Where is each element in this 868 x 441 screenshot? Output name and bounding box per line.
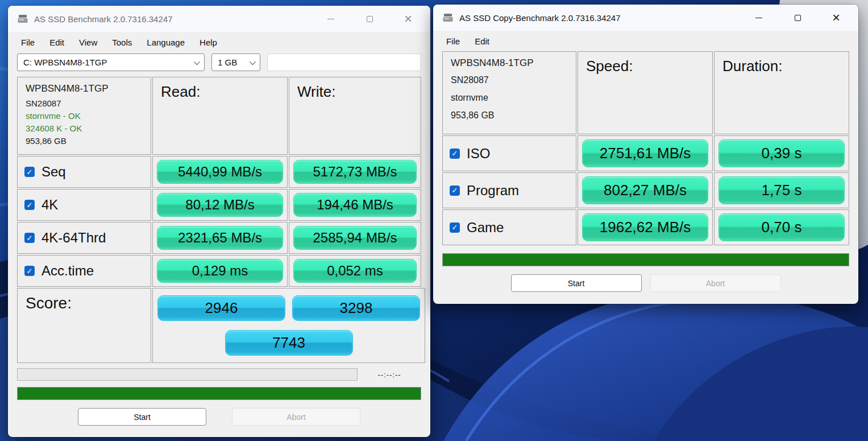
check-icon: ✓ <box>27 168 33 176</box>
drive-model: WPBSN4M8-1TGP <box>451 57 568 69</box>
program-checkbox[interactable]: ✓ <box>450 186 460 196</box>
copy-benchmark-window: AS SSD Copy-Benchmark 2.0.7316.34247 × F… <box>433 5 858 304</box>
close-button[interactable]: × <box>823 8 849 27</box>
menu-edit[interactable]: Edit <box>467 34 497 49</box>
score-label: Score: <box>18 288 151 318</box>
drive-info-panel: WPBSN4M8-1TGP SN28087 stornvme - OK 3246… <box>17 77 151 155</box>
minimize-icon <box>327 19 334 19</box>
menu-edit[interactable]: Edit <box>42 35 72 50</box>
table-row-acctime: ✓ Acc.time 0,129 ms 0,052 ms <box>17 255 421 287</box>
elapsed-time: --:--:-- <box>358 370 421 379</box>
close-button[interactable]: × <box>395 9 421 28</box>
menu-language[interactable]: Language <box>139 35 192 50</box>
table-row-seq: ✓ Seq 5440,99 MB/s 5172,73 MB/s <box>17 156 421 188</box>
program-speed-value: 802,27 MB/s <box>582 176 708 204</box>
menu-tools[interactable]: Tools <box>105 35 139 50</box>
game-duration-value: 0,70 s <box>719 213 845 241</box>
drive-serial: SN28087 <box>451 75 568 85</box>
program-duration-value: 1,75 s <box>719 176 845 204</box>
table-header-row: WPBSN4M8-1TGP SN28087 stornvme - OK 3246… <box>17 77 421 155</box>
menu-view[interactable]: View <box>72 35 105 50</box>
status-textbox[interactable] <box>267 53 421 71</box>
menu-file[interactable]: File <box>439 34 467 49</box>
maximize-button[interactable] <box>356 9 383 28</box>
check-icon: ✓ <box>452 224 458 231</box>
app-drive-icon <box>17 14 28 24</box>
game-checkbox[interactable]: ✓ <box>450 222 460 233</box>
table-row-4k64thrd: ✓ 4K-64Thrd 2321,65 MB/s 2585,94 MB/s <box>17 222 421 254</box>
write-column-header: Write: <box>289 77 421 155</box>
maximize-button[interactable] <box>784 8 811 27</box>
table-row-game: ✓ Game 1962,62 MB/s 0,70 s <box>442 209 849 245</box>
menu-help[interactable]: Help <box>192 35 225 50</box>
minimize-icon <box>755 18 762 18</box>
maximize-icon <box>795 15 801 21</box>
score-read-value: 2946 <box>157 295 285 321</box>
iso-duration-value: 0,39 s <box>719 139 845 167</box>
drive-driver: stornvme <box>451 93 568 103</box>
start-button[interactable]: Start <box>78 408 206 426</box>
4k-read-value: 80,12 MB/s <box>157 193 283 217</box>
window-title: AS SSD Copy-Benchmark 2.0.7316.34247 <box>459 13 621 23</box>
driver-status: stornvme - OK <box>26 111 143 121</box>
check-icon: ✓ <box>27 201 33 209</box>
acctime-read-value: 0,129 ms <box>157 259 283 283</box>
row-label: 4K-64Thrd <box>41 230 106 246</box>
speed-column-header: Speed: <box>578 51 713 134</box>
drive-info-panel: WPBSN4M8-1TGP SN28087 stornvme 953,86 GB <box>442 51 576 134</box>
seq-checkbox[interactable]: ✓ <box>24 167 35 177</box>
menu-file[interactable]: File <box>14 35 42 50</box>
minimize-button[interactable] <box>746 8 772 27</box>
menu-bar: File Edit View Tools Language Help <box>8 32 430 52</box>
table-row-program: ✓ Program 802,27 MB/s 1,75 s <box>442 172 849 208</box>
seq-read-value: 5440,99 MB/s <box>157 160 283 184</box>
close-icon: × <box>832 11 840 24</box>
4k-write-value: 194,46 MB/s <box>293 193 417 217</box>
overall-progress-bar <box>17 387 421 400</box>
titlebar[interactable]: AS SSD Benchmark 2.0.7316.34247 × <box>8 6 430 32</box>
table-header-row: WPBSN4M8-1TGP SN28087 stornvme 953,86 GB… <box>442 51 849 134</box>
acctime-write-value: 0,052 ms <box>293 259 417 283</box>
4k64-write-value: 2585,94 MB/s <box>293 226 417 250</box>
test-size-value: 1 GB <box>218 57 237 67</box>
test-progress-bar <box>17 368 358 381</box>
table-row-4k: ✓ 4K 80,12 MB/s 194,46 MB/s <box>17 189 421 221</box>
drive-capacity: 953,86 GB <box>451 110 568 121</box>
table-row-score: Score: 2946 3298 7743 <box>17 288 421 363</box>
chevron-down-icon <box>250 58 256 64</box>
app-drive-icon <box>442 13 454 23</box>
copy-benchmark-table: WPBSN4M8-1TGP SN28087 stornvme 953,86 GB… <box>442 51 849 245</box>
maximize-icon <box>367 16 373 22</box>
score-total-value: 7743 <box>225 330 353 356</box>
row-label: Seq <box>41 164 66 180</box>
abort-button[interactable]: Abort <box>650 274 781 292</box>
check-icon: ✓ <box>27 267 33 275</box>
row-label: ISO <box>467 146 490 162</box>
acctime-checkbox[interactable]: ✓ <box>24 266 35 276</box>
abort-button[interactable]: Abort <box>232 408 360 426</box>
row-label: 4K <box>41 197 58 213</box>
drive-capacity: 953,86 GB <box>26 136 143 146</box>
check-icon: ✓ <box>452 150 458 157</box>
4k-checkbox[interactable]: ✓ <box>24 200 35 210</box>
minimize-button[interactable] <box>318 9 344 28</box>
drive-select[interactable]: C: WPBSN4M8-1TGP <box>17 53 205 71</box>
check-icon: ✓ <box>27 234 33 242</box>
menu-bar: File Edit <box>433 31 858 51</box>
drive-model: WPBSN4M8-1TGP <box>26 83 143 94</box>
game-speed-value: 1962,62 MB/s <box>582 213 708 241</box>
iso-speed-value: 2751,61 MB/s <box>582 139 708 167</box>
start-button[interactable]: Start <box>511 274 642 292</box>
iso-checkbox[interactable]: ✓ <box>450 149 460 159</box>
chevron-down-icon <box>194 58 200 64</box>
benchmark-window: AS SSD Benchmark 2.0.7316.34247 × File E… <box>8 6 430 437</box>
drive-serial: SN28087 <box>26 98 143 108</box>
window-title: AS SSD Benchmark 2.0.7316.34247 <box>34 14 173 24</box>
read-column-header: Read: <box>152 77 288 155</box>
drive-select-value: C: WPBSN4M8-1TGP <box>23 57 107 67</box>
row-label: Acc.time <box>41 263 94 279</box>
close-icon: × <box>404 12 412 26</box>
titlebar[interactable]: AS SSD Copy-Benchmark 2.0.7316.34247 × <box>433 5 858 31</box>
test-size-select[interactable]: 1 GB <box>211 53 260 71</box>
4k64-checkbox[interactable]: ✓ <box>24 233 35 243</box>
